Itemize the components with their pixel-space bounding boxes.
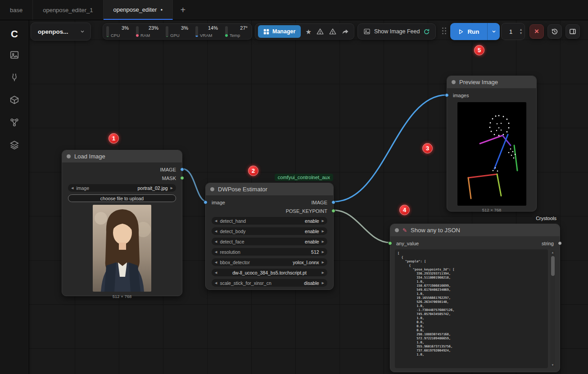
- scroll-down-icon[interactable]: ▼: [550, 364, 555, 366]
- collapse-dot-icon[interactable]: [210, 187, 214, 191]
- new-tab-button[interactable]: +: [173, 0, 193, 20]
- scrollbar-thumb[interactable]: [551, 256, 555, 276]
- tab-base[interactable]: base: [0, 0, 33, 20]
- widget-name: image: [76, 185, 89, 191]
- tab-openpose-editer-1[interactable]: openpose_editer_1: [33, 0, 103, 20]
- widget-value: portrait_02.jpg: [89, 185, 168, 191]
- toolbar-drag-handle[interactable]: [442, 27, 447, 35]
- history-button[interactable]: [547, 24, 562, 39]
- node-dwpose-header[interactable]: DWPose Estimator: [206, 183, 333, 195]
- output-label-image: IMAGE: [62, 165, 182, 174]
- combo-right-arrow-icon[interactable]: ▶: [171, 186, 173, 190]
- output-port-pose-keypoint[interactable]: [331, 209, 335, 213]
- input-port-image[interactable]: [204, 200, 208, 204]
- stepper-down-icon[interactable]: ▾: [520, 32, 522, 35]
- scroll-up-icon[interactable]: ▲: [550, 251, 555, 254]
- detect-hand-widget[interactable]: ◀ detect_hand enable ▶: [212, 217, 327, 225]
- collapse-dot-icon[interactable]: [67, 154, 71, 158]
- sidebar-item-node-library[interactable]: [9, 117, 19, 127]
- resolution-widget[interactable]: ◀ resolution 512 ▶: [212, 248, 327, 256]
- node-show-any-to-json[interactable]: Crystools ✎ Show any to JSON any_value s…: [390, 224, 560, 372]
- output-port-string[interactable]: [558, 241, 562, 245]
- tab-label: openpose_editer_1: [43, 7, 93, 14]
- batch-count-input[interactable]: 1 ▴ ▾: [501, 23, 525, 40]
- workflow-name: openpos...: [38, 28, 68, 35]
- input-port-images[interactable]: [445, 93, 449, 97]
- workflow-selector[interactable]: openpos...: [31, 23, 91, 41]
- node-title: Load Image: [74, 153, 105, 160]
- combo-right-arrow-icon[interactable]: ▶: [322, 219, 324, 223]
- pose-estimator-model-widget[interactable]: ◀ dw-ll_ucoco_384_bs5.torchscript.pt ▶: [212, 269, 327, 276]
- combo-right-arrow-icon[interactable]: ▶: [322, 250, 324, 254]
- show-image-feed-button[interactable]: Show Image Feed: [357, 23, 436, 40]
- toggle-panel-button[interactable]: [565, 24, 580, 39]
- scale-stick-widget[interactable]: ◀ scale_stick_for_xinsr_cn disable ▶: [212, 279, 327, 287]
- temp-value: 27°: [240, 25, 248, 31]
- upload-button[interactable]: choose file to upload: [68, 194, 176, 202]
- node-preview-image[interactable]: Preview Image images: [447, 76, 537, 212]
- sidebar-item-workflows[interactable]: [9, 50, 19, 60]
- combo-right-arrow-icon[interactable]: ▶: [322, 230, 324, 233]
- node-preview-header[interactable]: Preview Image: [447, 76, 536, 88]
- json-scrollbar[interactable]: ▲ ▼: [550, 250, 555, 367]
- output-port-image[interactable]: [180, 167, 184, 171]
- combo-right-arrow-icon[interactable]: ▶: [322, 261, 324, 264]
- combo-left-arrow-icon[interactable]: ◀: [71, 186, 73, 190]
- combo-right-arrow-icon[interactable]: ▶: [322, 240, 324, 243]
- node-pack-badge: Crystools: [533, 215, 560, 222]
- node-dwpose-estimator[interactable]: comfyui_controlnet_aux DWPose Estimator …: [205, 183, 334, 290]
- pose-preview-image: [457, 102, 526, 206]
- chevron-down-icon: [491, 29, 497, 34]
- combo-left-arrow-icon[interactable]: ◀: [215, 230, 217, 233]
- monitor-ram: 23% RAM: [133, 24, 163, 39]
- image-combo-widget[interactable]: ◀ image portrait_02.jpg ▶: [68, 184, 176, 192]
- image-size-caption: 512 × 768: [447, 207, 536, 212]
- sidebar-item-models[interactable]: [9, 95, 19, 105]
- bbox-detector-widget[interactable]: ◀ bbox_detector yolox_l.onnx ▶: [212, 258, 327, 266]
- input-port-any-value[interactable]: [388, 241, 392, 245]
- collapse-dot-icon[interactable]: [395, 228, 399, 232]
- combo-left-arrow-icon[interactable]: ◀: [215, 250, 217, 254]
- widget-name: detect_body: [220, 229, 245, 234]
- combo-left-arrow-icon[interactable]: ◀: [215, 219, 217, 223]
- combo-left-arrow-icon[interactable]: ◀: [215, 271, 217, 275]
- detect-face-widget[interactable]: ◀ detect_face enable ▶: [212, 238, 327, 245]
- combo-left-arrow-icon[interactable]: ◀: [215, 281, 217, 285]
- widget-value: enable: [244, 239, 319, 244]
- tab-openpose-editer[interactable]: openpose_editer ●: [104, 0, 173, 20]
- combo-left-arrow-icon[interactable]: ◀: [215, 261, 217, 264]
- share-arrow-icon[interactable]: [341, 27, 349, 36]
- json-output-text: [ { "people": [ { "pose_keypoints_2d": […: [398, 252, 545, 357]
- alert-triangle-icon-1[interactable]: [316, 27, 324, 36]
- manager-button[interactable]: Manager: [258, 25, 301, 38]
- output-port-mask[interactable]: [180, 176, 184, 180]
- widget-value: enable: [246, 218, 319, 224]
- node-load-image[interactable]: Load Image IMAGE MASK ◀ image portrait_0…: [62, 150, 182, 296]
- annotation-marker-3: 3: [422, 143, 433, 153]
- interrupt-button[interactable]: ×: [529, 24, 544, 39]
- combo-left-arrow-icon[interactable]: ◀: [215, 240, 217, 243]
- node-canvas[interactable]: Load Image IMAGE MASK ◀ image portrait_0…: [0, 0, 588, 374]
- combo-right-arrow-icon[interactable]: ▶: [322, 281, 324, 285]
- sidebar-item-nodes[interactable]: [9, 72, 19, 82]
- json-output-textarea[interactable]: [ { "people": [ { "pose_keypoints_2d": […: [395, 249, 548, 368]
- node-title: Preview Image: [459, 79, 498, 86]
- sidebar-layout-icon: [569, 28, 576, 35]
- alert-triangle-icon-2[interactable]: [329, 27, 337, 36]
- extensions-icon: [263, 29, 269, 35]
- combo-right-arrow-icon[interactable]: ▶: [322, 271, 324, 275]
- annotation-marker-5: 5: [474, 45, 484, 55]
- widget-name: detect_face: [220, 239, 244, 244]
- detect-body-widget[interactable]: ◀ detect_body enable ▶: [212, 227, 327, 235]
- run-options-dropdown[interactable]: [487, 23, 500, 40]
- comfyui-logo[interactable]: C: [7, 27, 22, 42]
- batch-count-stepper: ▴ ▾: [520, 28, 522, 35]
- collapse-dot-icon[interactable]: [452, 80, 456, 84]
- output-port-image[interactable]: [331, 200, 335, 204]
- forward-icon: [342, 28, 349, 35]
- favorites-star-icon[interactable]: ★: [305, 28, 311, 35]
- node-show-json-header[interactable]: ✎ Show any to JSON: [390, 224, 560, 236]
- run-button[interactable]: Run: [450, 23, 487, 40]
- sidebar-item-queue[interactable]: [9, 140, 19, 150]
- node-load-image-header[interactable]: Load Image: [62, 150, 182, 162]
